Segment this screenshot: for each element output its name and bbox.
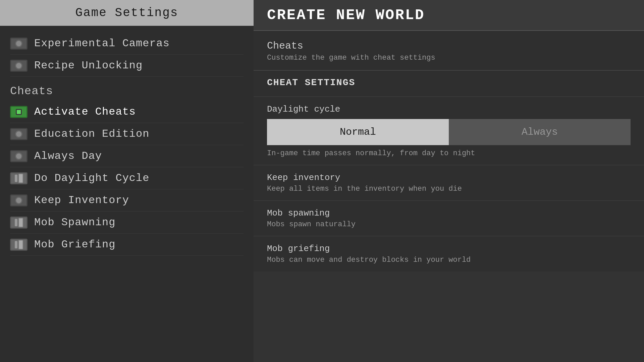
education-edition-toggle-wrapper — [10, 128, 28, 140]
keep-inventory-right-desc: Keep all items in the inventory when you… — [267, 185, 631, 193]
always-day-label: Always Day — [34, 150, 102, 162]
mob-griefing-right-label: Mob griefing — [267, 244, 631, 254]
toggle-off-circle — [15, 153, 22, 160]
mob-griefing-label: Mob Griefing — [34, 238, 115, 251]
education-edition-label: Education Edition — [34, 128, 149, 140]
left-content: Experimental Cameras Recipe Unlocking Ch… — [0, 26, 254, 362]
keep-inventory-toggle-wrapper — [10, 194, 28, 206]
mob-spawning-item: Mob Spawning — [10, 212, 244, 234]
activate-cheats-toggle[interactable] — [10, 106, 28, 118]
daylight-cycle-desc: In-game time passes normally, from day t… — [267, 149, 631, 158]
mob-griefing-toggle[interactable] — [10, 239, 28, 251]
daylight-always-button[interactable]: Always — [449, 119, 631, 145]
mob-spawning-right-label: Mob spawning — [267, 208, 631, 218]
experimental-cameras-label: Experimental Cameras — [34, 37, 170, 50]
daylight-cycle-title: Daylight cycle — [267, 104, 631, 114]
slider-bar — [15, 219, 17, 226]
left-header: Game Settings — [0, 0, 254, 26]
toggle-off-circle — [15, 197, 22, 204]
mob-spawning-right-desc: Mobs spawn naturally — [267, 220, 631, 229]
daylight-normal-button[interactable]: Normal — [267, 119, 449, 145]
cheats-info-desc: Customize the game with cheat settings — [267, 54, 631, 62]
education-edition-item: Education Edition — [10, 123, 244, 145]
recipe-unlocking-label: Recipe Unlocking — [34, 59, 143, 72]
recipe-unlocking-toggle-wrapper — [10, 60, 28, 72]
experimental-cameras-toggle[interactable] — [10, 38, 28, 50]
toggle-off-circle — [15, 62, 22, 69]
always-day-toggle[interactable] — [10, 150, 28, 162]
keep-inventory-toggle[interactable] — [10, 194, 28, 206]
mob-spawning-toggle-wrapper — [10, 217, 28, 229]
mob-griefing-right-desc: Mobs can move and destroy blocks in your… — [267, 256, 631, 264]
mob-spawning-label: Mob Spawning — [34, 216, 115, 229]
slider-handle — [18, 218, 23, 227]
do-daylight-cycle-toggle[interactable] — [10, 172, 28, 184]
cheats-info-section: Cheats Customize the game with cheat set… — [254, 31, 644, 71]
keep-inventory-item: Keep Inventory — [10, 189, 244, 212]
slider-handle — [18, 240, 23, 249]
right-panel: CREATE NEW WORLD Cheats Customize the ga… — [254, 0, 644, 362]
toggle-off-circle — [15, 40, 22, 47]
activate-cheats-label: Activate Cheats — [34, 106, 136, 118]
mob-griefing-row: Mob griefing Mobs can move and destroy b… — [254, 236, 644, 272]
activate-cheats-toggle-wrapper — [10, 106, 28, 118]
right-title: CREATE NEW WORLD — [267, 7, 631, 23]
right-content: Cheats Customize the game with cheat set… — [254, 31, 644, 362]
activate-cheats-item: Activate Cheats — [10, 101, 244, 123]
education-edition-toggle[interactable] — [10, 128, 28, 140]
cheats-info-heading: Cheats — [267, 40, 631, 52]
always-day-item: Always Day — [10, 145, 244, 167]
mob-spawning-row: Mob spawning Mobs spawn naturally — [254, 200, 644, 236]
experimental-cameras-toggle-wrapper — [10, 38, 28, 50]
experimental-cameras-item: Experimental Cameras — [10, 33, 244, 55]
slider-handle — [18, 174, 23, 183]
recipe-unlocking-toggle[interactable] — [10, 60, 28, 72]
do-daylight-cycle-item: Do Daylight Cycle — [10, 167, 244, 189]
toggle-on-inner — [16, 109, 22, 115]
daylight-cycle-block: Daylight cycle Normal Always In-game tim… — [254, 97, 644, 165]
do-daylight-cycle-toggle-wrapper — [10, 172, 28, 184]
mob-griefing-item: Mob Griefing — [10, 234, 244, 256]
cheat-settings-title: CHEAT SETTINGS — [267, 77, 631, 88]
cheat-settings-section: CHEAT SETTINGS — [254, 71, 644, 97]
mob-spawning-toggle[interactable] — [10, 217, 28, 229]
right-header: CREATE NEW WORLD — [254, 0, 644, 31]
keep-inventory-label: Keep Inventory — [34, 194, 129, 206]
daylight-cycle-buttons: Normal Always — [267, 119, 631, 145]
left-panel: Game Settings Experimental Cameras Recip… — [0, 0, 254, 362]
slider-bar — [15, 175, 17, 182]
mob-griefing-toggle-wrapper — [10, 239, 28, 251]
recipe-unlocking-item: Recipe Unlocking — [10, 55, 244, 77]
toggle-off-circle — [15, 130, 22, 138]
do-daylight-cycle-label: Do Daylight Cycle — [34, 172, 149, 184]
cheats-heading: Cheats — [10, 77, 244, 101]
left-title: Game Settings — [10, 6, 244, 20]
always-day-toggle-wrapper — [10, 150, 28, 162]
slider-bar — [15, 241, 17, 248]
keep-inventory-right-label: Keep inventory — [267, 173, 631, 183]
keep-inventory-row: Keep inventory Keep all items in the inv… — [254, 165, 644, 200]
